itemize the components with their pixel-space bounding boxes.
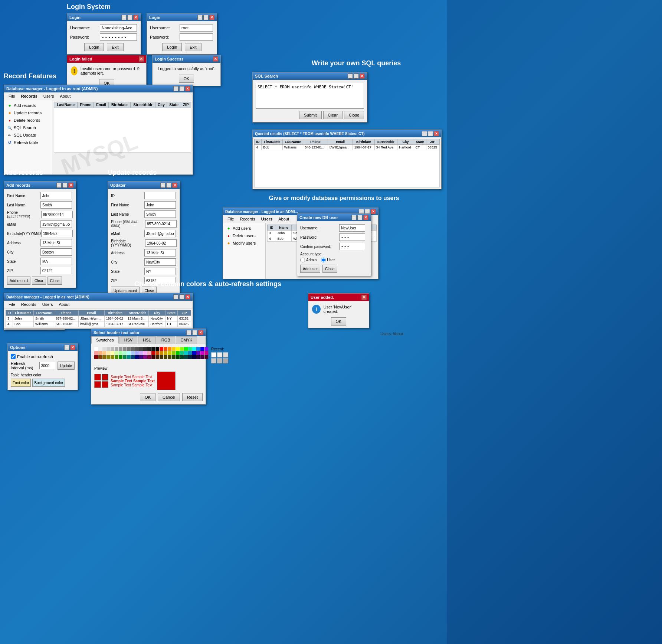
bg-color-btn[interactable]: Background color [32, 379, 65, 387]
exit-btn-2[interactable]: Exit [185, 43, 201, 51]
sw-r6[interactable] [115, 351, 118, 355]
cp-cancel-btn[interactable]: Cancel [158, 393, 180, 401]
swatch-d[interactable] [102, 347, 106, 351]
dbm3-menu-file[interactable]: File [6, 301, 18, 307]
recent-2[interactable] [217, 352, 222, 357]
upd-maximize-btn[interactable]: □ [166, 183, 171, 188]
swatch-2[interactable] [147, 347, 151, 351]
ar-maximize-btn[interactable]: □ [62, 183, 68, 188]
sidebar-update-records[interactable]: ● Update records [6, 109, 50, 117]
username-input-2[interactable] [180, 24, 213, 32]
swatch-6[interactable] [131, 347, 135, 351]
sw3-r18[interactable] [164, 355, 167, 359]
swatch-8[interactable] [123, 347, 127, 351]
db-close-btn[interactable]: ✕ [185, 86, 190, 91]
recent-1[interactable] [211, 352, 216, 357]
sw3-r15[interactable] [151, 355, 155, 359]
swatch-1[interactable] [151, 347, 155, 351]
cu-username-input[interactable] [339, 224, 365, 232]
swatch-7[interactable] [127, 347, 131, 351]
menu-file[interactable]: File [6, 93, 18, 99]
sw3-r24[interactable] [188, 355, 192, 359]
dbm3-min-btn[interactable]: – [173, 294, 178, 300]
sw3-r2[interactable] [98, 355, 102, 359]
phone-input[interactable] [41, 211, 73, 218]
maximize-btn-2[interactable]: □ [203, 15, 209, 20]
swatch-pure-blue[interactable] [200, 347, 204, 351]
dbm3-menu-about[interactable]: About [56, 301, 72, 307]
birthdate-input[interactable] [41, 230, 73, 237]
qr-minimize-btn[interactable]: – [422, 131, 427, 136]
swatch-cyan[interactable] [192, 347, 196, 351]
sw-r20[interactable] [172, 351, 176, 355]
swatch-e[interactable] [98, 347, 102, 351]
last-name-upd[interactable] [144, 210, 176, 218]
sw3-r14[interactable] [147, 355, 151, 359]
sw3-r11[interactable] [135, 355, 139, 359]
swatch-violet[interactable] [204, 347, 208, 351]
sql-minimize-btn[interactable]: – [348, 73, 353, 79]
close-success-btn[interactable]: ✕ [213, 56, 218, 62]
sw-r23[interactable] [184, 351, 188, 355]
swatch-red[interactable] [160, 347, 163, 351]
cp-max-btn[interactable]: □ [192, 330, 197, 335]
recent-5[interactable] [217, 358, 222, 363]
exit-btn-1[interactable]: Exit [107, 43, 123, 51]
sw3-r16[interactable] [155, 355, 159, 359]
swatch-0[interactable] [155, 347, 159, 351]
sw3-r21[interactable] [176, 355, 180, 359]
zip-input[interactable] [40, 267, 72, 274]
sw3-r27[interactable] [200, 355, 204, 359]
swatch-bright-yellow[interactable] [176, 347, 180, 351]
swatch-3[interactable] [143, 347, 147, 351]
sw-r11[interactable] [135, 351, 139, 355]
minimize-btn-1[interactable]: – [121, 15, 127, 20]
dbm3-menu-users[interactable]: Users [39, 301, 56, 307]
sw3-r8[interactable] [123, 355, 127, 359]
cu-password-input[interactable] [339, 233, 365, 241]
sw-r13[interactable] [143, 351, 147, 355]
add-user-btn[interactable]: Add user [300, 265, 320, 273]
user-radio[interactable] [321, 258, 326, 262]
tab-swatches[interactable]: Swatches [91, 336, 119, 344]
close-failed-btn[interactable]: ✕ [139, 56, 144, 62]
qr-maximize-btn[interactable]: □ [428, 131, 433, 136]
sw3-r19[interactable] [168, 355, 171, 359]
sql-clear-btn[interactable]: Clear [323, 111, 343, 119]
close-cu-btn[interactable]: Close [322, 265, 337, 273]
password-input-2[interactable] [180, 33, 213, 41]
sw3-r23[interactable] [184, 355, 188, 359]
sw-r14[interactable] [147, 351, 151, 355]
cu-min-btn[interactable]: – [351, 215, 357, 220]
sw3-r4[interactable] [106, 355, 110, 359]
menu-records[interactable]: Records [18, 93, 40, 99]
sql-submit-btn[interactable]: Submit [299, 111, 321, 119]
swatch-c[interactable] [106, 347, 110, 351]
refresh-interval-input[interactable] [39, 362, 56, 369]
dbm2-menu-records[interactable]: Records [237, 216, 258, 222]
menu-about[interactable]: About [57, 93, 74, 99]
menu-users[interactable]: Users [40, 93, 57, 99]
tab-hsv[interactable]: HSV [119, 336, 138, 344]
cp-reset-btn[interactable]: Reset [182, 393, 203, 401]
sw3-r28[interactable] [204, 355, 208, 359]
sw3-r1[interactable] [94, 355, 98, 359]
cp-ok-btn[interactable]: OK [140, 393, 155, 401]
email-input[interactable] [40, 220, 72, 228]
sw3-r10[interactable] [131, 355, 135, 359]
username-input-1[interactable] [100, 24, 137, 32]
sw3-r9[interactable] [127, 355, 131, 359]
sql-maximize-btn[interactable]: □ [354, 73, 359, 79]
dbm3-close-btn[interactable]: ✕ [185, 294, 190, 300]
recent-3[interactable] [223, 352, 228, 357]
swatch-yellow-green[interactable] [180, 347, 184, 351]
sw3-r3[interactable] [102, 355, 106, 359]
sidebar-sql-search[interactable]: 🔍 SQL Search [6, 124, 50, 131]
city-input[interactable] [40, 248, 72, 256]
tab-hsl[interactable]: HSL [138, 336, 155, 344]
sw-r10[interactable] [131, 351, 135, 355]
swatch-red-orange[interactable] [164, 347, 167, 351]
swatch-blue[interactable] [196, 347, 200, 351]
dbm2-menu-file[interactable]: File [225, 216, 237, 222]
cp-close-btn[interactable]: ✕ [198, 330, 203, 335]
